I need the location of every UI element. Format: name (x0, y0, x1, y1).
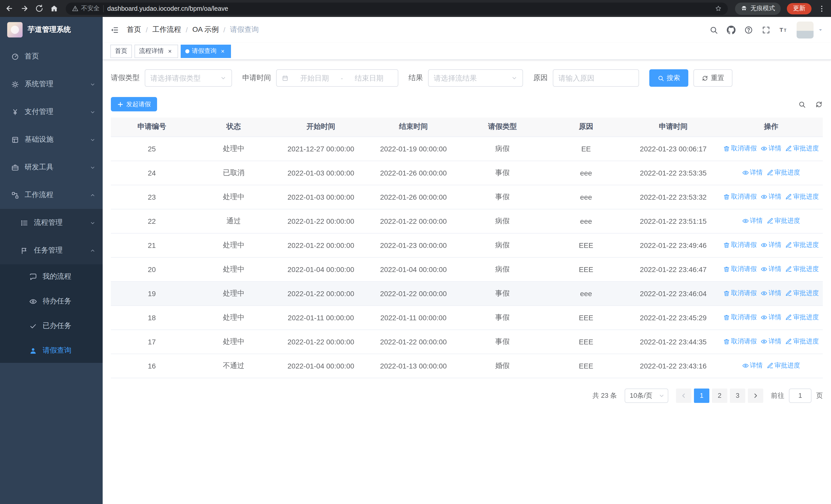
view-detail-link[interactable]: 详情 (742, 362, 763, 370)
sidebar-item-infrastructure[interactable]: 基础设施 (0, 126, 103, 153)
action-label: 详情 (750, 217, 763, 226)
tab-label: 首页 (115, 47, 127, 55)
result-input[interactable] (434, 74, 509, 82)
chevron-down-icon (90, 109, 95, 115)
breadcrumb-home[interactable]: 首页 (127, 25, 141, 34)
user-avatar[interactable] (797, 21, 813, 38)
sidebar-item-leave-query[interactable]: 请假查询 (0, 338, 103, 363)
calendar-icon (282, 75, 288, 81)
approval-progress-link[interactable]: 审批进度 (785, 337, 819, 346)
fullscreen-icon[interactable] (762, 25, 770, 34)
cancel-leave-link[interactable]: 取消请假 (723, 193, 757, 202)
view-detail-link[interactable]: 详情 (742, 169, 763, 177)
sidebar-item-todo-tasks[interactable]: 待办任务 (0, 289, 103, 314)
sidebar-item-label: 待办任务 (42, 297, 71, 306)
approval-progress-link[interactable]: 审批进度 (785, 193, 819, 202)
browser-back-icon[interactable] (5, 4, 14, 13)
bookmark-star-icon[interactable] (715, 5, 722, 12)
browser-menu-icon[interactable] (818, 4, 826, 12)
reason-input[interactable] (558, 74, 633, 82)
view-detail-link[interactable]: 详情 (761, 145, 781, 153)
next-page-button[interactable] (748, 388, 763, 403)
leave-type-input[interactable] (150, 74, 218, 82)
sidebar-item-process-management[interactable]: 流程管理 (0, 209, 103, 237)
cancel-leave-link[interactable]: 取消请假 (723, 145, 757, 153)
cancel-leave-link[interactable]: 取消请假 (723, 241, 757, 250)
reason-field[interactable] (553, 69, 639, 87)
leave-type-label: 请假类型 (111, 73, 140, 83)
app-logo[interactable]: 芋道管理系统 (0, 17, 103, 42)
approval-progress-link[interactable]: 审批进度 (767, 362, 800, 370)
cancel-leave-link[interactable]: 取消请假 (723, 337, 757, 346)
sidebar-toggle-icon[interactable] (110, 25, 119, 34)
close-tab-icon[interactable]: × (166, 48, 173, 55)
tab-leave-query[interactable]: 请假查询× (181, 45, 231, 58)
sidebar-item-dev-tools[interactable]: 研发工具 (0, 153, 103, 181)
page-button-1[interactable]: 1 (694, 388, 709, 403)
cancel-leave-link[interactable]: 取消请假 (723, 313, 757, 322)
page-button-2[interactable]: 2 (712, 388, 727, 403)
cancel-leave-link[interactable]: 取消请假 (723, 289, 757, 298)
view-detail-link[interactable]: 详情 (761, 337, 781, 346)
breadcrumb-oa-example[interactable]: OA 示例 (193, 25, 219, 34)
browser-home-icon[interactable] (50, 4, 58, 13)
cell-actions: 取消请假详情审批进度 (720, 233, 823, 257)
sidebar-item-system-management[interactable]: 系统管理 (0, 70, 103, 98)
sidebar-item-payment-management[interactable]: 支付管理 (0, 98, 103, 126)
sidebar-item-task-management[interactable]: 任务管理 (0, 237, 103, 264)
page-size-select[interactable]: 10条/页 (625, 388, 668, 403)
browser-update-button[interactable]: 更新 (787, 3, 811, 14)
approval-progress-link[interactable]: 审批进度 (785, 241, 819, 250)
cell-apply-id: 19 (111, 281, 193, 305)
flow-icon (11, 191, 19, 199)
reset-button[interactable]: 重置 (693, 69, 733, 87)
goto-page-input[interactable] (789, 388, 811, 403)
refresh-table-icon[interactable] (815, 100, 823, 108)
sidebar-item-label: 请假查询 (42, 346, 71, 355)
result-select[interactable] (428, 69, 523, 87)
edit-icon (785, 194, 792, 200)
view-detail-link[interactable]: 详情 (742, 217, 763, 226)
apply-time-range-picker[interactable]: - (276, 69, 398, 87)
tab-home[interactable]: 首页 (110, 45, 132, 58)
approval-progress-link[interactable]: 审批进度 (785, 145, 819, 153)
prev-page-button[interactable] (676, 388, 691, 403)
approval-progress-link[interactable]: 审批进度 (785, 265, 819, 274)
view-detail-link[interactable]: 详情 (761, 289, 781, 298)
approval-progress-link[interactable]: 审批进度 (767, 217, 800, 226)
sidebar-item-workflow[interactable]: 工作流程 (0, 181, 103, 209)
approval-progress-link[interactable]: 审批进度 (767, 169, 800, 177)
help-icon[interactable] (744, 25, 753, 34)
sidebar-item-done-tasks[interactable]: 已办任务 (0, 314, 103, 338)
header-search-icon[interactable] (709, 25, 718, 34)
start-date-input[interactable] (291, 74, 338, 82)
range-separator: - (341, 74, 343, 82)
view-detail-link[interactable]: 详情 (761, 313, 781, 322)
cancel-leave-link[interactable]: 取消请假 (723, 265, 757, 274)
leave-type-select[interactable] (145, 69, 232, 87)
view-detail-link[interactable]: 详情 (761, 193, 781, 202)
search-button[interactable]: 搜索 (649, 69, 688, 87)
view-detail-link[interactable]: 详情 (761, 265, 781, 274)
close-tab-icon[interactable]: × (219, 48, 226, 55)
font-size-icon[interactable]: TT (779, 25, 788, 34)
approval-progress-link[interactable]: 审批进度 (785, 289, 819, 298)
sidebar-item-home[interactable]: 首页 (0, 42, 103, 70)
github-icon[interactable] (727, 25, 736, 34)
goto-suffix-label: 页 (816, 391, 823, 400)
user-menu-caret-icon[interactable] (818, 27, 823, 33)
end-date-input[interactable] (345, 74, 393, 82)
tab-process-detail[interactable]: 流程详情× (135, 45, 178, 58)
page-button-3[interactable]: 3 (730, 388, 745, 403)
toggle-search-icon[interactable] (798, 100, 806, 108)
create-leave-button[interactable]: 发起请假 (111, 97, 157, 111)
sidebar-item-my-process[interactable]: 我的流程 (0, 264, 103, 289)
approval-progress-link[interactable]: 审批进度 (785, 313, 819, 322)
browser-forward-icon[interactable] (20, 4, 29, 13)
browser-reload-icon[interactable] (35, 4, 44, 13)
view-detail-link[interactable]: 详情 (761, 241, 781, 250)
cell-reason: EEE (545, 233, 627, 257)
address-bar[interactable]: 不安全 dashboard.yudao.iocoder.cn/bpm/oa/le… (66, 2, 728, 14)
breadcrumb-workflow[interactable]: 工作流程 (152, 25, 181, 34)
action-label: 审批进度 (775, 169, 800, 177)
